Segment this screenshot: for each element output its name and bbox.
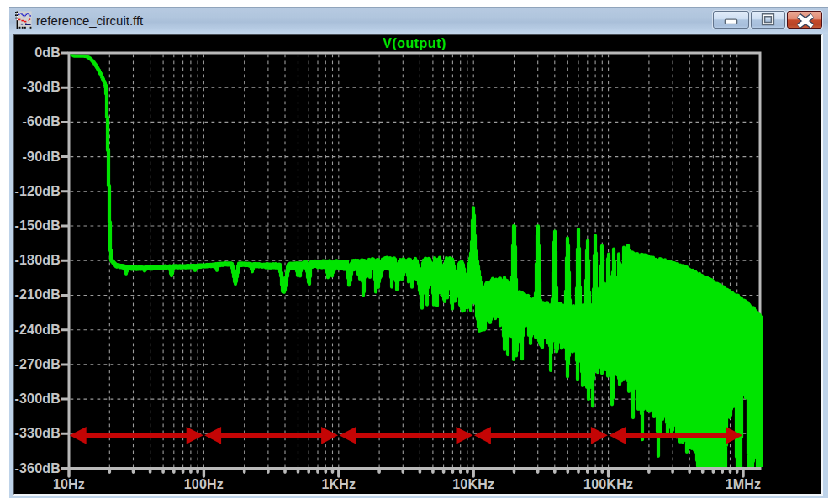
y-axis-label: -330dB [14,427,61,440]
x-axis-label: 10Hz [31,478,107,491]
close-icon [788,12,821,28]
x-axis-label: 1KHz [301,478,377,491]
y-axis-ticks [61,53,69,469]
title-bar[interactable]: reference_circuit.fft [9,8,828,34]
y-axis-label: -30dB [14,81,61,94]
waveform-plot-icon [14,11,32,29]
app-window: reference_circuit.fft V(output) [9,7,828,498]
y-axis-label: -150dB [14,219,61,233]
x-axis-label: 1MHz [705,478,781,491]
close-button[interactable] [787,11,822,29]
y-axis-label: -270dB [14,358,61,371]
minimize-icon [714,12,748,28]
client-area: V(output) 0dB-30dB-60dB-90dB-120dB-150dB… [13,34,823,496]
y-axis-label: -210dB [14,288,61,302]
x-axis-label: 100KHz [571,478,647,491]
fft-plot-canvas[interactable] [14,35,821,493]
y-axis-label: -90dB [14,150,61,164]
maximize-button[interactable] [751,11,785,29]
fft-trace [69,54,762,493]
y-axis-label: -120dB [14,185,61,198]
y-axis-label: -240dB [14,323,61,337]
y-axis-label: -60dB [14,115,61,129]
y-axis-label: -360dB [14,462,61,475]
minimize-button[interactable] [713,11,749,29]
y-axis-label: -300dB [14,392,61,406]
maximize-icon [752,12,784,28]
y-axis-label: -180dB [14,254,61,267]
x-axis-label: 10KHz [435,478,511,491]
window-title: reference_circuit.fft [36,13,143,28]
y-axis-label: 0dB [14,46,61,60]
x-axis-label: 100Hz [166,478,241,491]
